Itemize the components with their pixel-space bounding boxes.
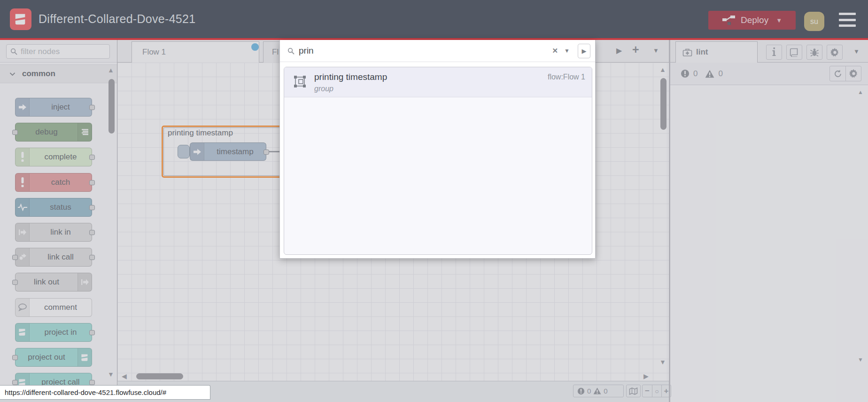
lint-error-count: 0 bbox=[693, 69, 698, 79]
page-title: Different-Collared-Dove-4521 bbox=[39, 0, 196, 38]
palette-node-complete[interactable]: complete bbox=[15, 148, 92, 166]
sidebar-tab-caret-icon[interactable]: ▼ bbox=[853, 48, 860, 55]
palette-node-project-out[interactable]: project out bbox=[15, 348, 92, 367]
node-output-port[interactable] bbox=[89, 330, 95, 335]
zoom-out-button[interactable]: − bbox=[643, 385, 652, 397]
canvas-scroll-right-icon[interactable]: ▶ bbox=[643, 372, 649, 380]
palette-node-inject[interactable]: inject bbox=[15, 98, 92, 117]
search-icon bbox=[10, 48, 17, 55]
gear-icon bbox=[849, 69, 858, 78]
palette-scrollbar-thumb[interactable] bbox=[108, 79, 115, 134]
bug-icon bbox=[810, 48, 819, 57]
node-palette: filter nodes common injectdebugcompletec… bbox=[0, 40, 117, 386]
inject-node-output-port[interactable] bbox=[264, 150, 269, 155]
unsaved-changes-dot bbox=[251, 43, 259, 51]
inject-node-label: timestamp bbox=[190, 143, 266, 160]
palette-node-project-call[interactable]: project call bbox=[15, 373, 92, 386]
search-result-row[interactable]: printing timestamp group flow:Flow 1 bbox=[284, 67, 592, 97]
avatar[interactable]: su bbox=[804, 12, 824, 31]
node-input-port[interactable] bbox=[12, 355, 18, 360]
refresh-icon bbox=[834, 70, 842, 78]
palette-node-project-in[interactable]: project in bbox=[15, 323, 92, 342]
sidebar-divider[interactable] bbox=[669, 40, 670, 402]
search-dialog: prin ✕ ▼ ▶ printing timestamp group flow… bbox=[279, 40, 596, 259]
lint-summary-row: 0 0 bbox=[670, 63, 868, 85]
help-tab-button[interactable] bbox=[786, 45, 802, 60]
search-options-button[interactable]: ▶ bbox=[578, 44, 590, 58]
canvas-scroll-left-icon[interactable]: ◀ bbox=[122, 372, 127, 380]
search-icon bbox=[287, 47, 294, 55]
chevron-down-icon bbox=[9, 72, 16, 76]
lint-refresh-button[interactable] bbox=[830, 66, 845, 81]
filter-placeholder: filter nodes bbox=[21, 47, 60, 56]
node-input-port[interactable] bbox=[12, 380, 18, 385]
palette-filter-input[interactable]: filter nodes bbox=[6, 44, 110, 59]
inject-node-button[interactable] bbox=[178, 145, 190, 158]
palette-category-common[interactable]: common bbox=[0, 64, 117, 83]
palette-node-catch[interactable]: catch bbox=[15, 173, 92, 192]
deploy-caret-icon[interactable]: ▼ bbox=[776, 17, 782, 24]
deploy-label: Deploy bbox=[741, 15, 768, 25]
clear-search-icon[interactable]: ✕ bbox=[552, 47, 558, 55]
canvas-notifications-button[interactable]: 0 0 bbox=[573, 385, 624, 397]
node-output-port[interactable] bbox=[89, 230, 95, 235]
tab-flow-1[interactable]: Flow 1 bbox=[132, 41, 259, 63]
info-icon bbox=[772, 47, 776, 57]
search-input[interactable]: prin bbox=[299, 46, 314, 56]
inject-node-timestamp[interactable]: timestamp bbox=[190, 142, 266, 161]
search-history-caret-icon[interactable]: ▼ bbox=[564, 47, 570, 54]
sidebar-tab-lint[interactable]: lint bbox=[675, 41, 758, 63]
palette-node-label: status bbox=[16, 198, 92, 216]
add-flow-button[interactable]: + bbox=[632, 43, 639, 56]
palette-node-label: project out bbox=[16, 348, 92, 366]
debug-tab-button[interactable] bbox=[806, 45, 822, 60]
palette-node-link-out[interactable]: link out bbox=[15, 273, 92, 292]
palette-scroll-up-icon[interactable]: ▲ bbox=[108, 66, 114, 74]
lint-warning-count: 0 bbox=[718, 69, 722, 79]
zoom-reset-button[interactable]: ○ bbox=[652, 385, 661, 397]
lint-settings-button[interactable] bbox=[845, 66, 861, 81]
node-output-port[interactable] bbox=[89, 205, 95, 210]
medkit-icon bbox=[682, 48, 692, 57]
palette-node-label: link in bbox=[16, 223, 92, 241]
book-icon bbox=[790, 48, 799, 57]
sidebar-scroll-up-icon[interactable]: ▲ bbox=[858, 89, 863, 95]
info-tab-button[interactable] bbox=[766, 45, 782, 60]
status-url: https://different-collared-dove-4521.flo… bbox=[5, 388, 166, 396]
node-output-port[interactable] bbox=[89, 105, 95, 110]
palette-node-label: link out bbox=[16, 273, 92, 291]
sidebar-scroll-down-icon[interactable]: ▼ bbox=[858, 356, 863, 363]
node-input-port[interactable] bbox=[12, 280, 18, 285]
node-output-port[interactable] bbox=[89, 380, 95, 385]
palette-node-link-in[interactable]: link in bbox=[15, 223, 92, 242]
node-output-port[interactable] bbox=[89, 155, 95, 160]
palette-node-label: debug bbox=[16, 123, 92, 141]
map-icon bbox=[629, 387, 638, 395]
node-input-port[interactable] bbox=[12, 255, 18, 260]
deploy-button[interactable]: Deploy ▼ bbox=[708, 11, 796, 30]
palette-node-label: inject bbox=[16, 98, 92, 116]
group-icon bbox=[294, 75, 306, 88]
palette-node-status[interactable]: status bbox=[15, 198, 92, 217]
node-output-port[interactable] bbox=[89, 180, 95, 185]
canvas-hscrollbar-thumb[interactable] bbox=[136, 373, 183, 379]
navigator-button[interactable] bbox=[626, 385, 641, 397]
node-output-port[interactable] bbox=[89, 255, 95, 260]
main-menu-button[interactable] bbox=[839, 13, 856, 27]
palette-node-comment[interactable]: comment bbox=[15, 298, 92, 317]
canvas-scroll-down-icon[interactable]: ▼ bbox=[659, 358, 666, 366]
canvas-error-count: 0 bbox=[587, 387, 591, 395]
palette-node-debug[interactable]: debug bbox=[15, 123, 92, 142]
gear-icon bbox=[830, 48, 839, 57]
tab-scroll-right-icon[interactable]: ▶ bbox=[616, 46, 622, 55]
tab-list-caret-icon[interactable]: ▼ bbox=[653, 47, 659, 54]
node-input-port[interactable] bbox=[12, 130, 18, 135]
canvas-scroll-up-icon[interactable]: ▲ bbox=[659, 66, 666, 73]
config-tab-button[interactable] bbox=[827, 45, 843, 60]
palette-node-label: link call bbox=[16, 248, 92, 266]
flowfuse-logo-icon[interactable] bbox=[10, 8, 31, 30]
palette-scroll-down-icon[interactable]: ▼ bbox=[108, 370, 114, 378]
palette-node-link-call[interactable]: link call bbox=[15, 248, 92, 267]
canvas-vscrollbar-thumb[interactable] bbox=[660, 78, 666, 130]
sidebar-tabbar: lint ▼ bbox=[670, 40, 868, 63]
